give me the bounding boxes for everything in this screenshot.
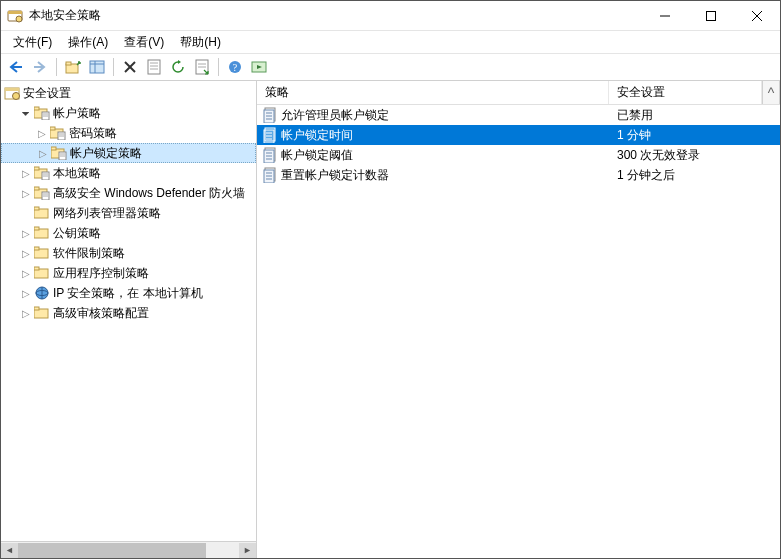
policy-value: 1 分钟之后 (609, 167, 780, 184)
policy-value: 300 次无效登录 (609, 147, 780, 164)
folder-plain-icon (33, 265, 51, 281)
tree-item[interactable]: ▷高级安全 Windows Defender 防火墙 (1, 183, 256, 203)
svg-rect-11 (90, 61, 104, 73)
action-button[interactable] (248, 56, 270, 78)
close-button[interactable] (734, 1, 780, 30)
tree-item-label: 本地策略 (53, 165, 101, 182)
svg-rect-45 (34, 167, 39, 170)
tree-item[interactable]: ▷应用程序控制策略 (1, 263, 256, 283)
expand-icon[interactable]: ▷ (36, 148, 50, 159)
export-list-button[interactable] (191, 56, 213, 78)
svg-rect-35 (50, 127, 55, 130)
tree-horizontal-scrollbar[interactable]: ◄ ► (1, 541, 256, 558)
window-controls (642, 1, 780, 30)
show-hide-tree-button[interactable] (86, 56, 108, 78)
menu-help[interactable]: 帮助(H) (172, 32, 229, 53)
policy-name: 允许管理员帐户锁定 (281, 107, 609, 124)
maximize-button[interactable] (688, 1, 734, 30)
policy-icon (257, 127, 281, 143)
policy-row[interactable]: 允许管理员帐户锁定已禁用 (257, 105, 780, 125)
policy-icon (257, 167, 281, 183)
help-button[interactable]: ? (224, 56, 246, 78)
tree-item[interactable]: ▷帐户锁定策略 (1, 143, 256, 163)
tree-item-label: IP 安全策略，在 本地计算机 (53, 285, 203, 302)
policy-icon (257, 147, 281, 163)
svg-rect-4 (707, 11, 716, 20)
folder-policy-icon (33, 165, 51, 181)
svg-rect-27 (5, 88, 19, 91)
delete-button[interactable] (119, 56, 141, 78)
tree-item-label: 高级安全 Windows Defender 防火墙 (53, 185, 245, 202)
policy-name: 帐户锁定时间 (281, 127, 609, 144)
minimize-button[interactable] (642, 1, 688, 30)
policy-name: 帐户锁定阈值 (281, 147, 609, 164)
policy-row[interactable]: 帐户锁定阈值300 次无效登录 (257, 145, 780, 165)
folder-plain-icon (33, 245, 51, 261)
menu-bar: 文件(F) 操作(A) 查看(V) 帮助(H) (1, 31, 780, 53)
svg-rect-57 (34, 227, 39, 230)
menu-view[interactable]: 查看(V) (116, 32, 172, 53)
expand-icon[interactable]: ▷ (35, 128, 49, 139)
svg-rect-10 (66, 62, 71, 65)
app-window: 本地安全策略 文件(F) 操作(A) 查看(V) 帮助(H) (0, 0, 781, 559)
tree-item[interactable]: ▷高级审核策略配置 (1, 303, 256, 323)
app-icon (7, 8, 23, 24)
title-bar: 本地安全策略 (1, 1, 780, 31)
forward-button[interactable] (29, 56, 51, 78)
tree-item[interactable]: ▷IP 安全策略，在 本地计算机 (1, 283, 256, 303)
scroll-track[interactable] (18, 543, 239, 558)
svg-text:?: ? (233, 62, 238, 73)
column-header-setting[interactable]: 安全设置 (609, 81, 762, 104)
tree-item[interactable]: ▷公钥策略 (1, 223, 256, 243)
expand-icon[interactable]: ▷ (19, 188, 33, 199)
tree-item[interactable]: ▷本地策略 (1, 163, 256, 183)
folder-plain-icon (33, 305, 51, 321)
tree-item-label: 帐户锁定策略 (70, 145, 142, 162)
policy-row[interactable]: 帐户锁定时间1 分钟 (257, 125, 780, 145)
tree-root[interactable]: 安全设置 (1, 83, 256, 103)
expand-icon[interactable]: ▷ (19, 228, 33, 239)
folder-policy-icon (33, 105, 51, 121)
folder-plain-icon (33, 205, 51, 221)
scroll-left-button[interactable]: ◄ (1, 543, 18, 558)
toolbar-separator (113, 58, 114, 76)
expand-icon[interactable]: ▷ (19, 268, 33, 279)
window-title: 本地安全策略 (29, 7, 642, 24)
svg-rect-66 (34, 307, 39, 310)
policy-icon (257, 107, 281, 123)
scroll-thumb[interactable] (18, 543, 206, 558)
tree-item-label: 高级审核策略配置 (53, 305, 149, 322)
tree-item[interactable]: ⏷帐户策略 (1, 103, 256, 123)
expand-icon[interactable]: ▷ (19, 248, 33, 259)
svg-rect-1 (8, 11, 22, 14)
column-header-policy[interactable]: 策略 (257, 81, 609, 104)
tree-item[interactable]: ▷软件限制策略 (1, 243, 256, 263)
menu-action[interactable]: 操作(A) (60, 32, 116, 53)
expand-icon: ▶ (19, 208, 33, 219)
collapse-icon[interactable]: ⏷ (19, 108, 33, 119)
properties-button[interactable] (143, 56, 165, 78)
list-view[interactable]: 允许管理员帐户锁定已禁用帐户锁定时间1 分钟帐户锁定阈值300 次无效登录重置帐… (257, 105, 780, 558)
svg-rect-16 (148, 60, 160, 74)
scroll-right-button[interactable]: ► (239, 543, 256, 558)
tree-root-label: 安全设置 (23, 85, 71, 102)
up-level-button[interactable] (62, 56, 84, 78)
tree-item[interactable]: ▷密码策略 (1, 123, 256, 143)
svg-rect-59 (34, 247, 39, 250)
tree-view[interactable]: 安全设置 ⏷帐户策略▷密码策略▷帐户锁定策略▷本地策略▷高级安全 Windows… (1, 81, 256, 541)
refresh-button[interactable] (167, 56, 189, 78)
header-sort-indicator[interactable]: ^ (762, 81, 780, 104)
svg-rect-40 (51, 147, 56, 150)
expand-icon[interactable]: ▷ (19, 168, 33, 179)
policy-row[interactable]: 重置帐户锁定计数器1 分钟之后 (257, 165, 780, 185)
tree-item-label: 帐户策略 (53, 105, 101, 122)
folder-policy-icon (50, 145, 68, 161)
tree-item[interactable]: ▶网络列表管理器策略 (1, 203, 256, 223)
expand-icon[interactable]: ▷ (19, 288, 33, 299)
folder-policy-icon (49, 125, 67, 141)
expand-icon[interactable]: ▷ (19, 308, 33, 319)
back-button[interactable] (5, 56, 27, 78)
menu-file[interactable]: 文件(F) (5, 32, 60, 53)
tree-item-label: 公钥策略 (53, 225, 101, 242)
tree-item-label: 应用程序控制策略 (53, 265, 149, 282)
